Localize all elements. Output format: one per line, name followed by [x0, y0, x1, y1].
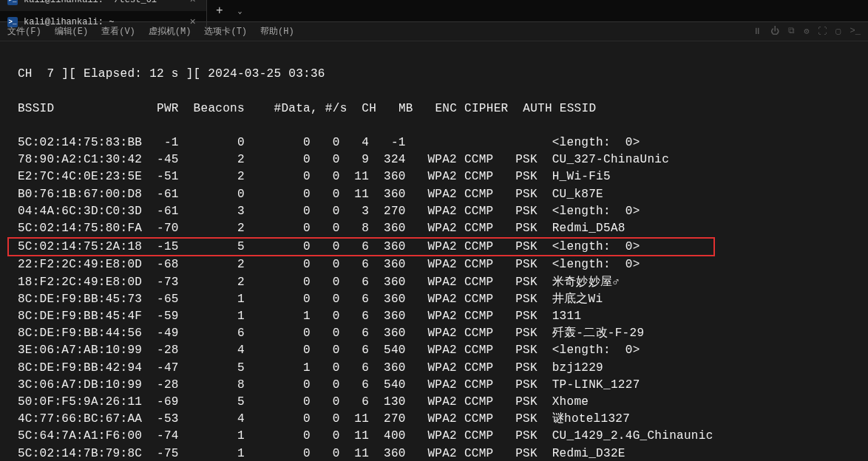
menu-edit[interactable]: 编辑(E) — [55, 25, 89, 38]
fullscreen-icon[interactable]: ⛶ — [818, 26, 827, 37]
titlebar: >_kali@lihankali: ~/test_01×>_kali@lihan… — [0, 0, 868, 22]
close-icon[interactable]: × — [187, 0, 199, 6]
network-row: 8C:DE:F9:BB:44:56 -49 6 0 0 6 360 WPA2 C… — [10, 325, 858, 342]
header-row: BSSID PWR Beacons #Data, #/s CH MB ENC C… — [10, 102, 596, 115]
network-row: 04:4A:6C:3D:C0:3D -61 3 0 0 3 270 WPA2 C… — [10, 203, 858, 220]
tab-dropdown-button[interactable]: ⌄ — [232, 7, 248, 16]
menubar-icons: ⏸ ⏻ ⧉ ⚙ ⛶ ▢ >_ — [753, 26, 861, 37]
network-row: 5C:02:14:75:80:FA -70 2 0 0 8 360 WPA2 C… — [10, 220, 858, 237]
snapshot-icon[interactable]: ⧉ — [788, 26, 795, 37]
network-row: 4C:77:66:BC:67:AA -53 4 0 0 11 270 WPA2 … — [10, 411, 858, 428]
network-row: 5C:64:7A:A1:F6:00 -74 1 0 0 11 400 WPA2 … — [10, 428, 858, 445]
network-row: E2:7C:4C:0E:23:5E -51 2 0 0 11 360 WPA2 … — [10, 168, 858, 185]
menubar: 文件(F) 编辑(E) 查看(V) 虚拟机(M) 选项卡(T) 帮助(H) ⏸ … — [0, 22, 868, 41]
network-row: 8C:DE:F9:BB:45:4F -59 1 1 0 6 360 WPA2 C… — [10, 308, 858, 325]
tab-title: kali@lihankali: ~/test_01 — [24, 0, 181, 5]
network-row: 5C:02:14:7B:79:8C -75 1 0 0 11 360 WPA2 … — [10, 445, 858, 461]
menu-vm[interactable]: 虚拟机(M) — [149, 25, 191, 38]
highlighted-row: 5C:02:14:75:2A:18 -15 5 0 0 6 360 WPA2 C… — [7, 237, 715, 256]
network-row: 5C:02:14:75:83:BB -1 0 0 0 4 -1 <length:… — [10, 134, 858, 151]
menu-view[interactable]: 查看(V) — [101, 25, 135, 38]
pause-icon[interactable]: ⏸ — [753, 26, 762, 37]
settings-icon[interactable]: ⚙ — [804, 26, 809, 37]
console-icon[interactable]: >_ — [850, 26, 861, 37]
new-tab-button[interactable]: + — [207, 4, 232, 18]
unity-icon[interactable]: ▢ — [835, 26, 841, 37]
power-icon[interactable]: ⏻ — [770, 26, 779, 37]
menu-help[interactable]: 帮助(H) — [260, 25, 294, 38]
menu-file[interactable]: 文件(F) — [7, 25, 41, 38]
network-row: 8C:DE:F9:BB:45:73 -65 1 0 0 6 360 WPA2 C… — [10, 291, 858, 308]
network-row: B0:76:1B:67:00:D8 -61 0 0 0 11 360 WPA2 … — [10, 186, 858, 203]
menu-tabs[interactable]: 选项卡(T) — [204, 25, 247, 38]
terminal-icon: >_ — [7, 0, 18, 5]
network-row: 8C:DE:F9:BB:42:94 -47 5 1 0 6 360 WPA2 C… — [10, 360, 858, 377]
network-row: 22:F2:2C:49:E8:0D -68 2 0 0 6 360 WPA2 C… — [10, 256, 858, 273]
status-line: CH 7 ][ Elapsed: 12 s ][ 2024-03-25 03:3… — [10, 67, 325, 81]
tab-0[interactable]: >_kali@lihankali: ~/test_01× — [0, 0, 207, 11]
network-row: 5C:02:14:75:2A:18 -15 5 0 0 6 360 WPA2 C… — [10, 237, 858, 256]
network-row: 3C:06:A7:DB:10:99 -28 8 0 0 6 540 WPA2 C… — [10, 377, 858, 394]
network-row: 50:0F:F5:9A:26:11 -69 5 0 0 6 130 WPA2 C… — [10, 394, 858, 411]
network-rows: 5C:02:14:75:83:BB -1 0 0 0 4 -1 <length:… — [10, 134, 858, 461]
network-row: 3E:06:A7:AB:10:99 -28 4 0 0 6 540 WPA2 C… — [10, 342, 858, 359]
network-row: 18:F2:2C:49:E8:0D -73 2 0 0 6 360 WPA2 C… — [10, 274, 858, 291]
network-row: 78:90:A2:C1:30:42 -45 2 0 0 9 324 WPA2 C… — [10, 151, 858, 168]
terminal-output[interactable]: CH 7 ][ Elapsed: 12 s ][ 2024-03-25 03:3… — [0, 41, 868, 461]
